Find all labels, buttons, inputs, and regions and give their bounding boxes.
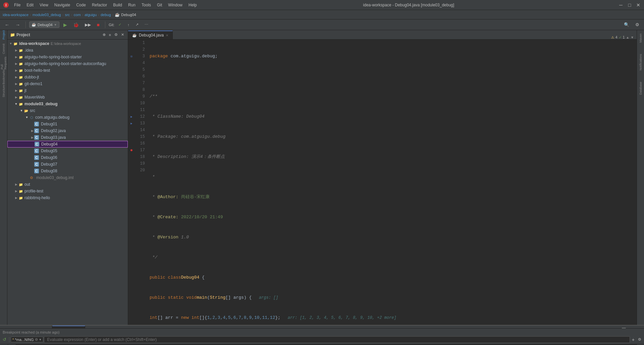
tree-gitdemo[interactable]: ▶ 📁 git-demo1 <box>7 80 128 87</box>
tree-profile[interactable]: ▶ 📁 profile-test <box>7 188 128 194</box>
menu-file[interactable]: File <box>11 2 23 8</box>
debug-run-button[interactable]: 🐞 <box>71 21 81 28</box>
tree-spring2[interactable]: ▶ 📁 atguigu-hello-spring-boot-starter-au… <box>7 60 128 67</box>
tree-jt[interactable]: ▶ 📁 jt <box>7 87 128 94</box>
left-icon-project[interactable]: Project <box>0 32 7 38</box>
tree-dubbo[interactable]: ▶ 📁 dubbo-jt <box>7 74 128 80</box>
tree-rabbit[interactable]: ▶ 📁 rabbitmq-hello <box>7 194 128 201</box>
stop-button[interactable]: ■ <box>95 21 102 28</box>
code-content[interactable]: package com.atguigu.debug; /** * ClassNa… <box>147 40 637 325</box>
ln-16: 16 <box>137 140 145 147</box>
menu-view[interactable]: View <box>37 2 51 8</box>
breakpoint-icon-17[interactable]: ● <box>130 148 133 153</box>
left-icon-structure[interactable]: Structure <box>0 88 7 95</box>
tree-mavenweb[interactable]: ▶ 📁 MavenWeb <box>7 94 128 101</box>
tree-idea[interactable]: ▶ 📁 .idea <box>7 47 128 54</box>
debug-rerun-btn[interactable]: ↺ <box>1 336 8 343</box>
tree-debug04[interactable]: C Debug04 <box>7 141 128 148</box>
close-button[interactable]: ✕ <box>635 2 641 8</box>
project-gear-btn[interactable]: ⚙ <box>113 33 119 37</box>
breadcrumb-item-src[interactable]: src <box>65 13 70 17</box>
left-icon-commit[interactable]: Commit <box>0 46 7 52</box>
breadcrumb-item-debug[interactable]: debug <box>101 13 111 17</box>
breadcrumb-item-com[interactable]: com <box>74 13 81 17</box>
watch-settings-btn[interactable]: ⚙ <box>637 337 643 342</box>
tree-module03[interactable]: ▼ 📁 module03_debug <box>7 101 128 107</box>
coverage-button[interactable]: ▶▶ <box>83 22 93 28</box>
fold-icon-12[interactable]: ▶ <box>130 115 132 119</box>
menu-build[interactable]: Build <box>110 2 125 8</box>
menu-run[interactable]: Run <box>125 2 138 8</box>
git-check[interactable]: ✓ <box>116 22 123 27</box>
forward-btn[interactable]: → <box>13 21 22 28</box>
breadcrumb-item-workspace[interactable]: idea-workspace <box>3 13 29 17</box>
maximize-button[interactable]: □ <box>627 2 633 8</box>
fold-icon-3[interactable]: ⊟ <box>130 55 132 58</box>
menu-tools[interactable]: Tools <box>139 2 154 8</box>
ln-19: 19 <box>137 160 145 167</box>
git-update[interactable]: ↑ <box>125 22 131 27</box>
settings-button[interactable]: ⚙ <box>633 21 641 28</box>
tree-debug02[interactable]: ▶ C Debug02.java <box>7 127 128 134</box>
left-icon-bookmarks[interactable]: Bookmarks <box>0 74 7 80</box>
nav-down-icon[interactable]: ▼ <box>631 36 634 39</box>
right-icon-database[interactable]: Database <box>638 80 643 97</box>
code-editor[interactable]: ⊟ ▶ ▶ ● <box>128 40 637 325</box>
tree-debug03[interactable]: ▶ C Debug03.java <box>7 134 128 141</box>
menu-window[interactable]: Window <box>165 2 185 8</box>
ln-7: 7 <box>137 80 145 87</box>
run-button[interactable]: ▶ <box>61 21 69 28</box>
git-push[interactable]: ↗ <box>133 22 141 27</box>
breadcrumb-item-file[interactable]: Debug04 <box>121 13 136 17</box>
gutter-10 <box>128 100 135 107</box>
code-line-12: public class Debug04 { <box>150 274 634 281</box>
tree-iml[interactable]: ⚙ module03_debug.iml <box>7 174 128 181</box>
tab-close-btn[interactable]: ✕ <box>166 34 168 37</box>
right-icon-maven[interactable]: Maven <box>638 32 643 45</box>
breadcrumb-item-atguigu[interactable]: atguigu <box>85 13 97 17</box>
tree-src[interactable]: ▼ 📂 src <box>7 107 128 114</box>
menu-code[interactable]: Code <box>73 2 89 8</box>
idea-arrow: ▶ <box>14 49 18 52</box>
tree-debug01[interactable]: C Debug01 <box>7 121 128 127</box>
editor-tab-debug04[interactable]: ☕ Debug04.java ✕ <box>128 31 173 39</box>
editor-area: ☕ Debug04.java ✕ ⚠ 4 ✓ 1 ▲ ▼ ⊟ <box>128 30 637 325</box>
project-add-btn[interactable]: ⊕ <box>102 33 107 37</box>
breadcrumb-item-module[interactable]: module03_debug <box>33 13 61 17</box>
src-icon: 📂 <box>23 108 29 113</box>
nav-up-icon[interactable]: ▲ <box>626 36 629 39</box>
project-close-btn[interactable]: ✕ <box>120 33 125 37</box>
gutter-14 <box>128 127 135 133</box>
menu-navigate[interactable]: Navigate <box>52 2 73 8</box>
watch-expression-input[interactable] <box>44 336 630 343</box>
fold-icon-13[interactable]: ▶ <box>130 122 132 125</box>
left-icon-pullrequests[interactable]: Pull Requests <box>0 60 7 66</box>
tree-spring1[interactable]: ▶ 📁 atguigu-hello-spring-boot-starter <box>7 54 128 60</box>
watch-filter[interactable]: * *ma...NING ⊜ ▼ <box>11 337 43 342</box>
debug01-icon: C <box>34 122 39 126</box>
search-everywhere[interactable]: 🔍 <box>622 21 631 28</box>
git-more[interactable]: ⋯ <box>143 22 150 27</box>
mavenweb-arrow: ▶ <box>14 96 18 99</box>
tree-out[interactable]: ▶ 📁 out <box>7 181 128 188</box>
tree-debug06[interactable]: C Debug06 <box>7 154 128 161</box>
back-btn[interactable]: ← <box>3 21 11 28</box>
menu-git[interactable]: Git <box>154 2 165 8</box>
code-line-2 <box>150 73 634 80</box>
tree-package[interactable]: ▼ ⬡ com.atguigu.debug <box>7 114 128 121</box>
tree-boot[interactable]: ▶ 📁 boot-hello-test <box>7 67 128 74</box>
right-icon-notifications[interactable]: Notifications <box>638 52 643 72</box>
code-line-4: * ClassName: Debug04 <box>150 113 634 120</box>
tree-root[interactable]: ▼ 📁 idea-workspace E:\idea-workspace <box>7 40 128 47</box>
minimize-button[interactable]: ─ <box>618 2 624 8</box>
menu-refactor[interactable]: Refactor <box>89 2 110 8</box>
menu-edit[interactable]: Edit <box>24 2 36 8</box>
tree-debug08[interactable]: C Debug08 <box>7 168 128 174</box>
tab-label: Debug04.java <box>139 33 164 38</box>
run-config-selector[interactable]: ☕ Debug04 ▼ <box>29 21 59 28</box>
tree-debug07[interactable]: C Debug07 <box>7 161 128 168</box>
tree-debug05[interactable]: C Debug05 <box>7 148 128 154</box>
menu-help[interactable]: Help <box>186 2 200 8</box>
watch-add-btn[interactable]: + <box>631 336 636 343</box>
project-collapse-btn[interactable]: ≡ <box>108 33 112 37</box>
